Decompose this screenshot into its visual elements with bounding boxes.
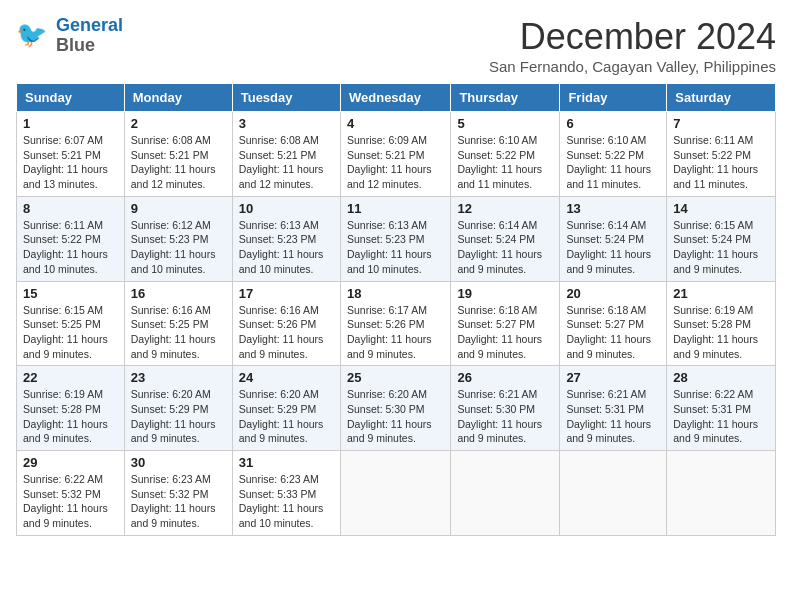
calendar-day-header: Friday	[560, 84, 667, 112]
day-info: Sunrise: 6:18 AMSunset: 5:27 PMDaylight:…	[457, 303, 553, 362]
day-info: Sunrise: 6:23 AMSunset: 5:32 PMDaylight:…	[131, 472, 226, 531]
day-number: 26	[457, 370, 553, 385]
calendar-cell	[667, 451, 776, 536]
day-number: 22	[23, 370, 118, 385]
day-info: Sunrise: 6:11 AMSunset: 5:22 PMDaylight:…	[23, 218, 118, 277]
month-title: December 2024	[489, 16, 776, 58]
svg-text:🐦: 🐦	[16, 19, 48, 50]
day-number: 4	[347, 116, 444, 131]
day-info: Sunrise: 6:10 AMSunset: 5:22 PMDaylight:…	[566, 133, 660, 192]
day-info: Sunrise: 6:19 AMSunset: 5:28 PMDaylight:…	[23, 387, 118, 446]
day-number: 30	[131, 455, 226, 470]
day-number: 25	[347, 370, 444, 385]
day-info: Sunrise: 6:12 AMSunset: 5:23 PMDaylight:…	[131, 218, 226, 277]
calendar-week-row: 1 Sunrise: 6:07 AMSunset: 5:21 PMDayligh…	[17, 112, 776, 197]
calendar-cell: 30 Sunrise: 6:23 AMSunset: 5:32 PMDaylig…	[124, 451, 232, 536]
calendar-body: 1 Sunrise: 6:07 AMSunset: 5:21 PMDayligh…	[17, 112, 776, 536]
day-number: 3	[239, 116, 334, 131]
calendar-table: SundayMondayTuesdayWednesdayThursdayFrid…	[16, 83, 776, 536]
calendar-week-row: 15 Sunrise: 6:15 AMSunset: 5:25 PMDaylig…	[17, 281, 776, 366]
calendar-cell: 6 Sunrise: 6:10 AMSunset: 5:22 PMDayligh…	[560, 112, 667, 197]
calendar-cell: 9 Sunrise: 6:12 AMSunset: 5:23 PMDayligh…	[124, 196, 232, 281]
calendar-cell: 4 Sunrise: 6:09 AMSunset: 5:21 PMDayligh…	[340, 112, 450, 197]
day-number: 13	[566, 201, 660, 216]
day-info: Sunrise: 6:21 AMSunset: 5:31 PMDaylight:…	[566, 387, 660, 446]
calendar-cell: 23 Sunrise: 6:20 AMSunset: 5:29 PMDaylig…	[124, 366, 232, 451]
day-number: 27	[566, 370, 660, 385]
day-number: 17	[239, 286, 334, 301]
day-number: 24	[239, 370, 334, 385]
day-number: 5	[457, 116, 553, 131]
day-info: Sunrise: 6:15 AMSunset: 5:25 PMDaylight:…	[23, 303, 118, 362]
calendar-cell: 7 Sunrise: 6:11 AMSunset: 5:22 PMDayligh…	[667, 112, 776, 197]
day-number: 31	[239, 455, 334, 470]
calendar-header-row: SundayMondayTuesdayWednesdayThursdayFrid…	[17, 84, 776, 112]
calendar-cell: 18 Sunrise: 6:17 AMSunset: 5:26 PMDaylig…	[340, 281, 450, 366]
day-info: Sunrise: 6:20 AMSunset: 5:29 PMDaylight:…	[239, 387, 334, 446]
calendar-cell: 1 Sunrise: 6:07 AMSunset: 5:21 PMDayligh…	[17, 112, 125, 197]
day-info: Sunrise: 6:17 AMSunset: 5:26 PMDaylight:…	[347, 303, 444, 362]
day-number: 23	[131, 370, 226, 385]
calendar-cell: 24 Sunrise: 6:20 AMSunset: 5:29 PMDaylig…	[232, 366, 340, 451]
day-info: Sunrise: 6:21 AMSunset: 5:30 PMDaylight:…	[457, 387, 553, 446]
calendar-cell: 28 Sunrise: 6:22 AMSunset: 5:31 PMDaylig…	[667, 366, 776, 451]
day-info: Sunrise: 6:09 AMSunset: 5:21 PMDaylight:…	[347, 133, 444, 192]
calendar-cell: 26 Sunrise: 6:21 AMSunset: 5:30 PMDaylig…	[451, 366, 560, 451]
calendar-cell	[340, 451, 450, 536]
day-info: Sunrise: 6:19 AMSunset: 5:28 PMDaylight:…	[673, 303, 769, 362]
day-info: Sunrise: 6:22 AMSunset: 5:32 PMDaylight:…	[23, 472, 118, 531]
day-info: Sunrise: 6:23 AMSunset: 5:33 PMDaylight:…	[239, 472, 334, 531]
calendar-cell: 14 Sunrise: 6:15 AMSunset: 5:24 PMDaylig…	[667, 196, 776, 281]
calendar-cell: 31 Sunrise: 6:23 AMSunset: 5:33 PMDaylig…	[232, 451, 340, 536]
day-number: 16	[131, 286, 226, 301]
day-info: Sunrise: 6:16 AMSunset: 5:25 PMDaylight:…	[131, 303, 226, 362]
day-info: Sunrise: 6:16 AMSunset: 5:26 PMDaylight:…	[239, 303, 334, 362]
day-number: 1	[23, 116, 118, 131]
calendar-week-row: 8 Sunrise: 6:11 AMSunset: 5:22 PMDayligh…	[17, 196, 776, 281]
calendar-cell: 10 Sunrise: 6:13 AMSunset: 5:23 PMDaylig…	[232, 196, 340, 281]
title-block: December 2024 San Fernando, Cagayan Vall…	[489, 16, 776, 75]
day-number: 6	[566, 116, 660, 131]
calendar-cell: 21 Sunrise: 6:19 AMSunset: 5:28 PMDaylig…	[667, 281, 776, 366]
calendar-cell: 2 Sunrise: 6:08 AMSunset: 5:21 PMDayligh…	[124, 112, 232, 197]
day-info: Sunrise: 6:14 AMSunset: 5:24 PMDaylight:…	[457, 218, 553, 277]
calendar-cell: 20 Sunrise: 6:18 AMSunset: 5:27 PMDaylig…	[560, 281, 667, 366]
calendar-cell: 8 Sunrise: 6:11 AMSunset: 5:22 PMDayligh…	[17, 196, 125, 281]
calendar-day-header: Tuesday	[232, 84, 340, 112]
day-info: Sunrise: 6:20 AMSunset: 5:30 PMDaylight:…	[347, 387, 444, 446]
day-number: 10	[239, 201, 334, 216]
logo-text: General Blue	[56, 16, 123, 56]
calendar-cell: 16 Sunrise: 6:16 AMSunset: 5:25 PMDaylig…	[124, 281, 232, 366]
calendar-cell: 13 Sunrise: 6:14 AMSunset: 5:24 PMDaylig…	[560, 196, 667, 281]
calendar-cell: 11 Sunrise: 6:13 AMSunset: 5:23 PMDaylig…	[340, 196, 450, 281]
day-info: Sunrise: 6:08 AMSunset: 5:21 PMDaylight:…	[131, 133, 226, 192]
calendar-week-row: 22 Sunrise: 6:19 AMSunset: 5:28 PMDaylig…	[17, 366, 776, 451]
day-info: Sunrise: 6:10 AMSunset: 5:22 PMDaylight:…	[457, 133, 553, 192]
calendar-cell: 12 Sunrise: 6:14 AMSunset: 5:24 PMDaylig…	[451, 196, 560, 281]
calendar-cell: 3 Sunrise: 6:08 AMSunset: 5:21 PMDayligh…	[232, 112, 340, 197]
day-number: 8	[23, 201, 118, 216]
calendar-day-header: Thursday	[451, 84, 560, 112]
day-number: 21	[673, 286, 769, 301]
day-number: 18	[347, 286, 444, 301]
calendar-cell: 29 Sunrise: 6:22 AMSunset: 5:32 PMDaylig…	[17, 451, 125, 536]
logo-icon: 🐦	[16, 18, 52, 54]
day-info: Sunrise: 6:07 AMSunset: 5:21 PMDaylight:…	[23, 133, 118, 192]
calendar-day-header: Sunday	[17, 84, 125, 112]
calendar-cell	[560, 451, 667, 536]
day-number: 2	[131, 116, 226, 131]
day-number: 9	[131, 201, 226, 216]
day-info: Sunrise: 6:13 AMSunset: 5:23 PMDaylight:…	[239, 218, 334, 277]
calendar-cell: 17 Sunrise: 6:16 AMSunset: 5:26 PMDaylig…	[232, 281, 340, 366]
day-number: 14	[673, 201, 769, 216]
day-info: Sunrise: 6:14 AMSunset: 5:24 PMDaylight:…	[566, 218, 660, 277]
location-subtitle: San Fernando, Cagayan Valley, Philippine…	[489, 58, 776, 75]
calendar-cell	[451, 451, 560, 536]
calendar-week-row: 29 Sunrise: 6:22 AMSunset: 5:32 PMDaylig…	[17, 451, 776, 536]
day-info: Sunrise: 6:22 AMSunset: 5:31 PMDaylight:…	[673, 387, 769, 446]
calendar-cell: 27 Sunrise: 6:21 AMSunset: 5:31 PMDaylig…	[560, 366, 667, 451]
calendar-cell: 22 Sunrise: 6:19 AMSunset: 5:28 PMDaylig…	[17, 366, 125, 451]
logo: 🐦 General Blue	[16, 16, 123, 56]
calendar-day-header: Monday	[124, 84, 232, 112]
day-number: 19	[457, 286, 553, 301]
